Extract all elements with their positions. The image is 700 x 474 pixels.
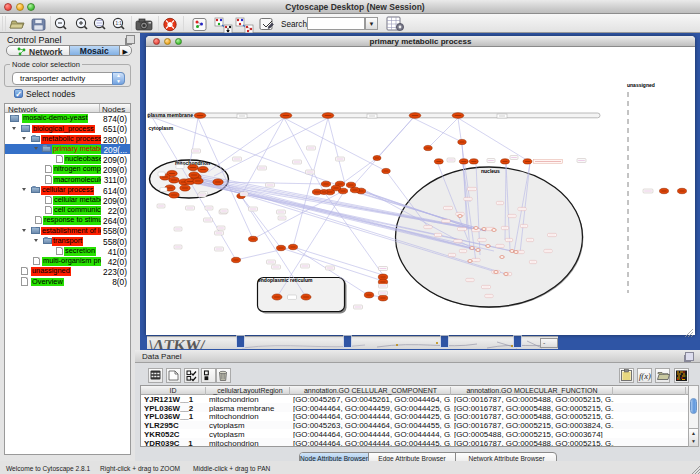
svg-text:\ΛTΚW/: \ΛTΚW/: [147, 338, 207, 349]
svg-text:f(x): f(x): [639, 371, 651, 381]
svg-text:plasma membrane: plasma membrane: [148, 112, 194, 118]
svg-text:unassigned: unassigned: [627, 82, 655, 88]
svg-text:cytoplasm: cytoplasm: [149, 125, 174, 131]
svg-text:1:1: 1:1: [116, 21, 123, 26]
svg-text:endoplasmic reticulum: endoplasmic reticulum: [258, 277, 313, 283]
svg-text:nucleus: nucleus: [481, 168, 500, 174]
